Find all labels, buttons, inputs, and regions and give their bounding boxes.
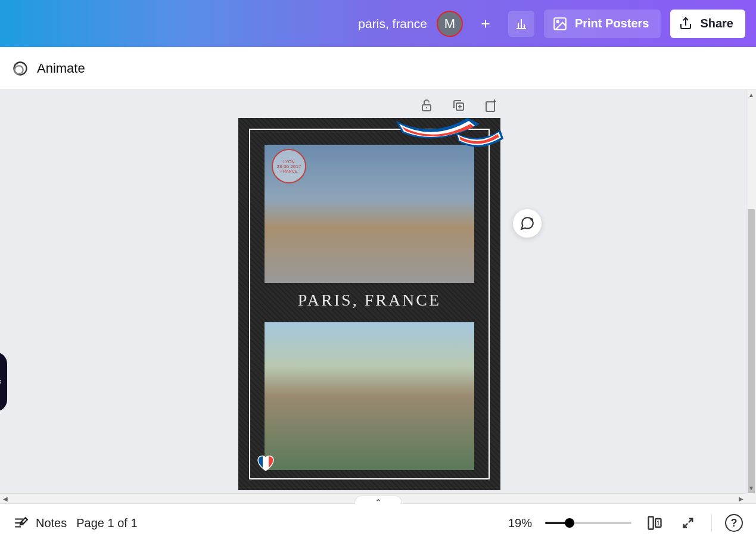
notes-label: Notes: [36, 516, 67, 530]
comment-button[interactable]: [513, 209, 542, 238]
scroll-up-arrow[interactable]: ▲: [746, 90, 756, 100]
chevron-left-icon: [0, 379, 3, 385]
passport-stamp[interactable]: LYON 28-06-2017 FRANCE: [272, 149, 306, 183]
zoom-slider[interactable]: [545, 522, 631, 524]
toolbar: Animate: [0, 47, 756, 90]
animate-button[interactable]: Animate: [37, 61, 85, 76]
scroll-thumb-v[interactable]: [748, 209, 755, 503]
analytics-button[interactable]: [508, 11, 534, 37]
document-title[interactable]: paris, france: [358, 17, 427, 31]
stamp-bottom: FRANCE: [281, 169, 298, 173]
top-header: paris, france M Print Posters Share: [0, 0, 756, 47]
fullscreen-button[interactable]: [678, 513, 698, 533]
user-avatar[interactable]: M: [437, 11, 463, 37]
bottom-right-group: 19% 1 ?: [508, 513, 743, 533]
slider-knob[interactable]: [565, 518, 574, 528]
unlock-icon: [419, 98, 434, 113]
svg-point-3: [15, 66, 23, 74]
scroll-right-arrow[interactable]: ▶: [736, 494, 746, 503]
animate-icon: [12, 60, 29, 77]
notes-button[interactable]: Notes: [13, 515, 67, 531]
grid-icon: 1: [646, 515, 663, 531]
scroll-corner: [746, 493, 756, 503]
chevron-up-icon: [374, 497, 382, 503]
grid-view-button[interactable]: 1: [645, 513, 665, 533]
stamp-date: 28-06-2017: [277, 164, 301, 169]
french-ribbon[interactable]: [396, 115, 503, 163]
add-page-button[interactable]: [481, 96, 500, 115]
help-button[interactable]: ?: [725, 514, 743, 532]
print-posters-button[interactable]: Print Posters: [544, 10, 661, 38]
image-icon: [552, 16, 568, 32]
page-indicator[interactable]: Page 1 of 1: [76, 516, 137, 530]
svg-rect-10: [649, 517, 654, 529]
bottom-left-group: Notes Page 1 of 1: [13, 515, 138, 531]
duplicate-page-button[interactable]: [449, 96, 468, 115]
lock-page-button[interactable]: [417, 96, 436, 115]
print-label: Print Posters: [575, 17, 649, 30]
scroll-left-arrow[interactable]: ◀: [0, 494, 10, 503]
poster-title[interactable]: PARIS, FRANCE: [238, 291, 500, 310]
svg-point-1: [557, 20, 559, 22]
bottom-bar: Notes Page 1 of 1 19% 1 ?: [0, 503, 756, 542]
side-panel-handle[interactable]: [0, 352, 7, 412]
svg-rect-6: [486, 102, 494, 111]
canvas-area[interactable]: LYON 28-06-2017 FRANCE PARIS, FRANCE ▲: [0, 90, 756, 503]
expand-bottom-tab[interactable]: [354, 496, 402, 504]
page-plus-icon: [484, 98, 498, 113]
stamp-top: LYON: [284, 160, 295, 164]
zoom-percent[interactable]: 19%: [508, 516, 532, 530]
svg-text:1: 1: [657, 519, 660, 527]
chart-icon: [514, 17, 528, 31]
add-member-button[interactable]: [472, 11, 499, 37]
poster-bottom-image[interactable]: [265, 322, 474, 470]
upload-icon: [679, 17, 693, 31]
vertical-scrollbar[interactable]: ▲ ▼: [746, 90, 756, 503]
duplicate-icon: [452, 98, 466, 113]
comment-plus-icon: [519, 216, 535, 231]
divider: [711, 514, 712, 532]
poster-canvas[interactable]: LYON 28-06-2017 FRANCE PARIS, FRANCE: [238, 118, 500, 490]
plus-icon: [479, 17, 492, 30]
scroll-down-arrow[interactable]: ▼: [746, 483, 756, 493]
expand-icon: [682, 516, 695, 529]
french-heart-icon[interactable]: [256, 453, 275, 472]
notes-icon: [13, 515, 29, 531]
page-actions: [417, 96, 500, 115]
share-button[interactable]: Share: [670, 10, 745, 38]
share-label: Share: [700, 17, 733, 30]
